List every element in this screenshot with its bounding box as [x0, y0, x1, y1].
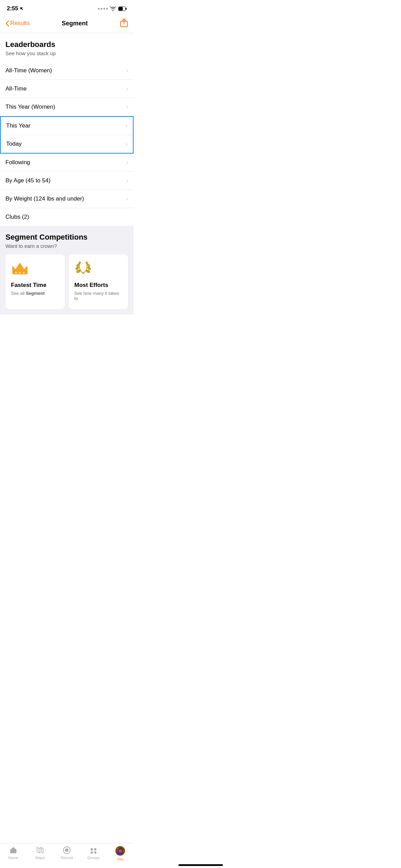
svg-rect-1: [126, 8, 127, 10]
svg-point-17: [82, 272, 84, 274]
fastest-time-desc: See all Segment: [11, 291, 59, 296]
page-title: Segment: [62, 20, 88, 27]
crown-icon: [11, 260, 59, 278]
main-content: Leaderboards See how you stack up All-Ti…: [0, 33, 134, 315]
status-time: 2:55: [7, 5, 24, 12]
svg-rect-2: [119, 7, 123, 10]
most-efforts-desc: See how many it takes to: [74, 291, 123, 301]
leaderboards-title: Leaderboards: [5, 40, 128, 49]
status-bar: 2:55: [0, 0, 134, 15]
laurel-icon: [74, 260, 123, 278]
svg-point-7: [19, 272, 21, 274]
svg-point-8: [23, 272, 25, 274]
signal-dots-icon: [98, 8, 108, 10]
wifi-icon: [110, 7, 116, 11]
list-item-following[interactable]: Following ›: [0, 154, 134, 172]
back-button[interactable]: Results: [5, 20, 30, 27]
list-item-this-year[interactable]: This Year ›: [1, 117, 133, 135]
nav-bar: Results Segment: [0, 15, 134, 33]
competitions-section: Segment Competitions Want to earn a crow…: [0, 226, 134, 315]
share-button[interactable]: [120, 18, 128, 29]
leaderboards-subtitle: See how you stack up: [5, 50, 128, 56]
chevron-left-icon: [5, 21, 9, 26]
competitions-title: Segment Competitions: [5, 233, 128, 242]
list-item-clubs[interactable]: Clubs (2): [0, 208, 134, 226]
most-efforts-card[interactable]: Most Efforts See how many it takes to: [69, 254, 128, 309]
list-item-all-time[interactable]: All-Time ›: [0, 80, 134, 98]
competitions-subtitle: Want to earn a crown?: [5, 243, 128, 249]
time-display: 2:55: [7, 5, 18, 12]
leaderboards-header: Leaderboards See how you stack up: [0, 33, 134, 59]
most-efforts-title: Most Efforts: [74, 282, 123, 289]
highlighted-list-section: This Year › Today ›: [0, 116, 134, 154]
chevron-right-icon: ›: [126, 104, 128, 110]
chevron-right-icon: ›: [126, 196, 128, 202]
share-icon: [120, 18, 128, 27]
list-item-today[interactable]: Today ›: [1, 135, 133, 153]
location-icon: [20, 7, 24, 11]
chevron-right-icon: ›: [126, 141, 127, 147]
chevron-right-icon: ›: [126, 68, 128, 74]
battery-icon: [118, 7, 127, 11]
back-label: Results: [10, 20, 30, 27]
list-item-by-age[interactable]: By Age (45 to 54) ›: [0, 172, 134, 190]
fastest-time-title: Fastest Time: [11, 282, 59, 289]
svg-point-6: [15, 272, 17, 274]
status-icons: [98, 7, 127, 11]
chevron-right-icon: ›: [126, 123, 127, 129]
list-item-by-weight[interactable]: By Weight (124 lbs and under) ›: [0, 190, 134, 208]
chevron-right-icon: ›: [126, 159, 128, 166]
list-item-this-year-women[interactable]: This Year (Women) ›: [0, 98, 134, 116]
chevron-right-icon: ›: [126, 178, 128, 184]
competition-cards: Fastest Time See all Segment: [5, 254, 128, 309]
leaderboards-list: All-Time (Women) › All-Time › This Year …: [0, 62, 134, 226]
chevron-right-icon: ›: [126, 86, 128, 92]
list-item-all-time-women[interactable]: All-Time (Women) ›: [0, 62, 134, 80]
svg-marker-4: [12, 263, 27, 272]
fastest-time-card[interactable]: Fastest Time See all Segment: [5, 254, 65, 309]
